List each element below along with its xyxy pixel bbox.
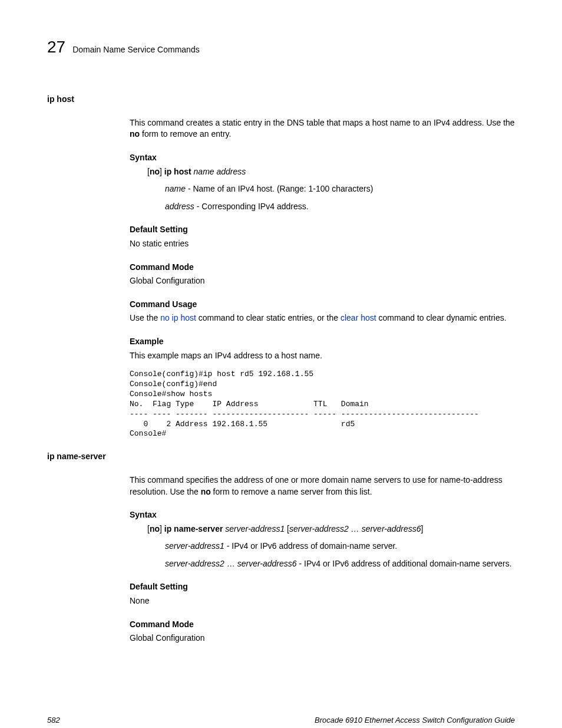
default-value: No static entries xyxy=(130,238,515,250)
mode-heading: Command Mode xyxy=(130,262,515,274)
example-heading: Example xyxy=(130,336,515,348)
default-heading-2: Default Setting xyxy=(130,581,515,593)
param-name: name - Name of an IPv4 host. (Range: 1-1… xyxy=(165,183,515,195)
code-block: Console(config)#ip host rd5 192.168.1.55… xyxy=(130,370,515,439)
page-header: 27 Domain Name Service Commands xyxy=(47,35,515,58)
mode-value-2: Global Configuration xyxy=(130,633,515,644)
link-no-ip-host[interactable]: no ip host xyxy=(160,313,196,322)
example-intro: This example maps an IPv4 address to a h… xyxy=(130,350,515,362)
syntax-line-2: [no] ip name-server server-address1 [ser… xyxy=(147,523,515,535)
link-clear-host[interactable]: clear host xyxy=(340,313,376,322)
page-number: 582 xyxy=(47,715,60,728)
intro-text-2: This command specifies the address of on… xyxy=(130,475,515,498)
param-address: address - Corresponding IPv4 address. xyxy=(165,201,515,213)
default-heading: Default Setting xyxy=(130,224,515,236)
intro-text: This command creates a static entry in t… xyxy=(130,117,515,140)
syntax-heading-2: Syntax xyxy=(130,509,515,521)
doc-info: Brocade 6910 Ethernet Access Switch Conf… xyxy=(315,715,515,728)
syntax-line: [no] ip host name address xyxy=(147,166,515,178)
chapter-number: 27 xyxy=(47,35,65,58)
section-title-ip-host: ip host xyxy=(47,94,515,106)
mode-value: Global Configuration xyxy=(130,275,515,287)
page-footer: 582 Brocade 6910 Ethernet Access Switch … xyxy=(47,715,515,728)
chapter-title: Domain Name Service Commands xyxy=(72,44,200,56)
usage-text: Use the no ip host command to clear stat… xyxy=(130,312,515,324)
section-title-ip-name-server: ip name-server xyxy=(47,451,515,463)
mode-heading-2: Command Mode xyxy=(130,619,515,631)
param-server1: server-address1 - IPv4 or IPv6 address o… xyxy=(165,541,515,552)
param-server2-6: server-address2 … server-address6 - IPv4… xyxy=(165,558,515,570)
syntax-heading: Syntax xyxy=(130,152,515,164)
usage-heading: Command Usage xyxy=(130,299,515,311)
default-value-2: None xyxy=(130,595,515,607)
